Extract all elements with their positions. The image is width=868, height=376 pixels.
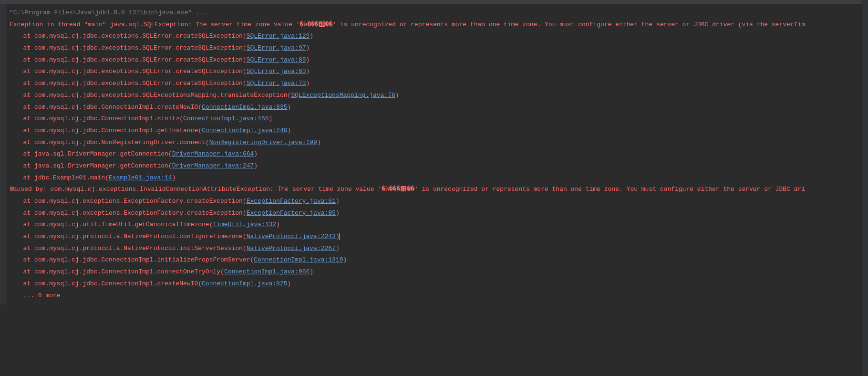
stack-frame-prefix: at com.mysql.cj.util.TimeUtil.getCanonic… (23, 221, 213, 228)
stack-frame-suffix: ) (269, 115, 273, 122)
stack-frame-suffix: ) (310, 268, 313, 275)
stack-frame-prefix: at com.mysql.cj.protocol.a.NativeProtoco… (23, 245, 247, 252)
stack-frame: at com.mysql.cj.protocol.a.NativeProtoco… (10, 243, 868, 255)
source-link[interactable]: TimeUtil.java:132 (213, 221, 276, 228)
stack-frame-prefix: at com.mysql.cj.protocol.a.NativeProtoco… (23, 233, 247, 240)
stack-frame-prefix: at com.mysql.cj.jdbc.ConnectionImpl.getI… (23, 127, 202, 134)
source-link[interactable]: NonRegisteringDriver.java:199 (209, 139, 317, 146)
stack-frame: at com.mysql.cj.jdbc.ConnectionImpl.<ini… (10, 113, 868, 125)
source-link[interactable]: ExceptionFactory.java:61 (247, 198, 336, 205)
source-link[interactable]: SQLError.java:129 (247, 32, 310, 40)
source-link[interactable]: ConnectionImpl.java:835 (202, 104, 287, 111)
stack-frame-suffix: ) (343, 256, 347, 263)
stack-frame-suffix: ) (310, 32, 313, 40)
stack-frame: at com.mysql.cj.jdbc.ConnectionImpl.crea… (10, 102, 868, 114)
stack-trace-1: at com.mysql.cj.jdbc.exceptions.SQLError… (10, 31, 868, 184)
stack-frame-prefix: at com.mysql.cj.jdbc.ConnectionImpl.crea… (23, 104, 202, 111)
source-link[interactable]: ConnectionImpl.java:240 (202, 127, 287, 134)
stack-frame-prefix: at com.mysql.cj.jdbc.ConnectionImpl.<ini… (23, 115, 183, 122)
source-link[interactable]: SQLExceptionsMapping.java:76 (291, 92, 395, 99)
stack-frame: at com.mysql.cj.jdbc.exceptions.SQLError… (10, 42, 868, 54)
stack-frame-suffix: ) (172, 174, 176, 181)
stack-frame-prefix: at com.mysql.cj.exceptions.ExceptionFact… (23, 209, 247, 217)
source-link[interactable]: Example01.java:14 (109, 174, 172, 181)
stack-frame: at java.sql.DriverManager.getConnection(… (10, 160, 868, 172)
text-cursor (339, 233, 340, 240)
source-link[interactable]: NativeProtocol.java:2243 (247, 233, 336, 240)
source-link[interactable]: DriverManager.java:664 (172, 150, 254, 157)
stack-frame-suffix: ) (317, 139, 321, 146)
stack-frame: at com.mysql.cj.jdbc.exceptions.SQLExcep… (10, 90, 868, 102)
caused-by-line: ⊞ Caused by: com.mysql.cj.exceptions.Inv… (10, 184, 868, 196)
stack-frame-prefix: at com.mysql.cj.jdbc.exceptions.SQLError… (23, 68, 247, 75)
source-link[interactable]: SQLError.java:89 (247, 56, 306, 63)
command-text: "C:\Program Files\Java\jdk1.8.0_131\bin\… (10, 9, 207, 16)
stack-frame-prefix: at com.mysql.cj.jdbc.exceptions.SQLError… (23, 80, 247, 87)
exception-line: Exception in thread "main" java.sql.SQLE… (10, 19, 868, 31)
stack-frame-prefix: at com.mysql.cj.jdbc.exceptions.SQLExcep… (23, 92, 291, 99)
stack-frame-suffix: ) (336, 209, 340, 217)
stack-frame-suffix: ) (254, 162, 258, 169)
stack-frame-suffix: ) (288, 127, 291, 134)
stack-frame-prefix: at com.mysql.cj.jdbc.ConnectionImpl.crea… (23, 280, 202, 287)
source-link[interactable]: DriverManager.java:247 (172, 162, 254, 169)
stack-frame: at com.mysql.cj.jdbc.exceptions.SQLError… (10, 78, 868, 90)
stack-frame: at com.mysql.cj.jdbc.exceptions.SQLError… (10, 66, 868, 78)
more-line: ... 6 more (10, 290, 868, 302)
stack-frame: at com.mysql.cj.exceptions.ExceptionFact… (10, 196, 868, 208)
stack-frame-prefix: at com.mysql.cj.exceptions.ExceptionFact… (23, 198, 247, 205)
stack-frame-suffix: ) (306, 80, 310, 87)
source-link[interactable]: SQLError.java:63 (247, 68, 306, 75)
stack-frame-suffix: ) (306, 44, 310, 52)
expand-icon[interactable]: ⊞ (11, 184, 14, 194)
stack-frame: at com.mysql.cj.jdbc.exceptions.SQLError… (10, 54, 868, 66)
stack-frame: at com.mysql.cj.jdbc.ConnectionImpl.crea… (10, 278, 868, 290)
source-link[interactable]: ConnectionImpl.java:455 (183, 115, 269, 122)
stack-frame: at com.mysql.cj.exceptions.ExceptionFact… (10, 208, 868, 219)
stack-frame-prefix: at com.mysql.cj.jdbc.exceptions.SQLError… (23, 56, 247, 63)
caused-by-text: Caused by: com.mysql.cj.exceptions.Inval… (10, 186, 805, 193)
more-text: ... 6 more (23, 292, 61, 299)
command-line: "C:\Program Files\Java\jdk1.8.0_131\bin\… (10, 7, 868, 19)
stack-frame-prefix: at com.mysql.cj.jdbc.exceptions.SQLError… (23, 32, 247, 40)
stack-frame: at com.mysql.cj.jdbc.NonRegisteringDrive… (10, 137, 868, 149)
stack-frame: at com.mysql.cj.util.TimeUtil.getCanonic… (10, 219, 868, 231)
vertical-scrollbar[interactable] (862, 0, 868, 376)
stack-frame: at java.sql.DriverManager.getConnection(… (10, 148, 868, 160)
stack-frame-prefix: at com.mysql.cj.jdbc.exceptions.SQLError… (23, 44, 247, 52)
source-link[interactable]: NativeProtocol.java:2267 (247, 245, 336, 252)
console-output: "C:\Program Files\Java\jdk1.8.0_131\bin\… (0, 4, 868, 304)
top-bar (0, 0, 868, 4)
stack-frame-prefix: at java.sql.DriverManager.getConnection( (23, 150, 172, 157)
source-link[interactable]: ConnectionImpl.java:966 (224, 268, 310, 275)
stack-frame-suffix: ) (276, 221, 280, 228)
stack-frame: at com.mysql.cj.jdbc.ConnectionImpl.conn… (10, 266, 868, 278)
gutter (0, 4, 7, 304)
stack-frame: at jdbc.Example01.main(Example01.java:14… (10, 172, 868, 184)
stack-trace-2: at com.mysql.cj.exceptions.ExceptionFact… (10, 196, 868, 290)
stack-frame-prefix: at com.mysql.cj.jdbc.NonRegisteringDrive… (23, 139, 209, 146)
stack-frame: at com.mysql.cj.jdbc.exceptions.SQLError… (10, 31, 868, 42)
stack-frame-suffix: ) (306, 68, 310, 75)
source-link[interactable]: ExceptionFactory.java:85 (247, 209, 336, 217)
stack-frame-suffix: ) (336, 198, 340, 205)
source-link[interactable]: SQLError.java:97 (247, 44, 306, 52)
stack-frame-prefix: at com.mysql.cj.jdbc.ConnectionImpl.conn… (23, 268, 224, 275)
stack-frame-suffix: ) (306, 56, 310, 63)
source-link[interactable]: ConnectionImpl.java:825 (202, 280, 287, 287)
stack-frame-prefix: at jdbc.Example01.main( (23, 174, 109, 181)
source-link[interactable]: SQLError.java:73 (247, 80, 306, 87)
stack-frame: at com.mysql.cj.jdbc.ConnectionImpl.init… (10, 254, 868, 266)
stack-frame-suffix: ) (395, 92, 399, 99)
stack-frame-suffix: ) (254, 150, 258, 157)
stack-frame: at com.mysql.cj.protocol.a.NativeProtoco… (10, 231, 868, 243)
source-link[interactable]: ConnectionImpl.java:1319 (254, 256, 343, 263)
stack-frame-suffix: ) (288, 280, 291, 287)
stack-frame-suffix: ) (336, 245, 340, 252)
stack-frame-suffix: ) (288, 104, 291, 111)
stack-frame-prefix: at java.sql.DriverManager.getConnection( (23, 162, 172, 169)
stack-frame: at com.mysql.cj.jdbc.ConnectionImpl.getI… (10, 125, 868, 137)
stack-frame-prefix: at com.mysql.cj.jdbc.ConnectionImpl.init… (23, 256, 254, 263)
